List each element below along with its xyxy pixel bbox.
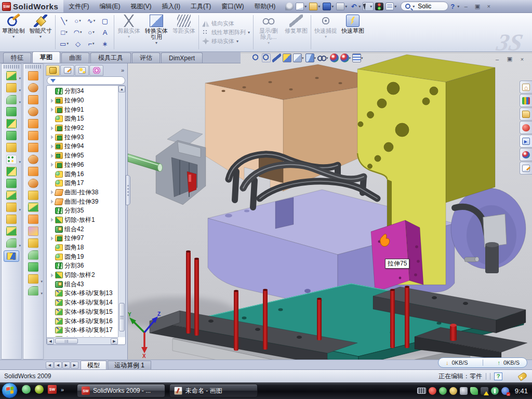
expand-arrow-icon[interactable] (51, 144, 54, 149)
tree-item[interactable]: 拉伸97 (47, 234, 118, 243)
hole-wizard-button[interactable] (2, 141, 21, 153)
doc-tab-model[interactable]: 模型 (81, 361, 107, 369)
tree-item[interactable]: 实体-移动/复制13 (47, 289, 118, 298)
rapid-sketch-button[interactable]: 快速草图 (339, 13, 366, 51)
text-tool-button[interactable]: A (98, 26, 112, 38)
sketch-button[interactable]: 草图绘制 ▾ (0, 13, 27, 51)
start-button[interactable] (2, 382, 18, 398)
tree-item[interactable]: 曲面-拉伸38 (47, 188, 118, 197)
slot-tool-dropdown-icon[interactable]: ▾ (66, 42, 69, 46)
extruded-boss-dropdown-icon[interactable]: ▾ (19, 76, 21, 81)
rectangle-tool-dropdown-icon[interactable]: ▾ (65, 30, 68, 34)
file-explorer-tab[interactable] (520, 108, 532, 121)
expand-arrow-icon[interactable] (51, 236, 54, 241)
graphics-viewport[interactable]: Y Z X ▾▾▾▾▾ – ▣ × ⌂ 拉伸75 (128, 52, 532, 360)
scroll-up-button[interactable]: ▲ (118, 86, 125, 92)
swept-surface-button[interactable] (23, 94, 43, 105)
extruded-boss-button[interactable]: ▾ (2, 70, 21, 82)
line-tool-button[interactable]: ╲▾ (58, 15, 71, 26)
view-palette-tab[interactable] (520, 135, 532, 148)
linear-pattern-dropdown-icon[interactable]: ▾ (19, 160, 21, 164)
doc-restore-button[interactable]: ▣ (505, 55, 514, 63)
new-file-dropdown-icon[interactable]: ▾ (304, 4, 307, 9)
extend-surface-button[interactable] (23, 189, 43, 201)
expand-arrow-icon[interactable] (51, 135, 54, 139)
media-quicklaunch-icon[interactable] (35, 385, 44, 394)
print-dropdown-icon[interactable]: ▾ (345, 4, 347, 9)
model-3d-canvas[interactable]: Y Z X (128, 54, 532, 360)
configurationmanager-tab[interactable] (75, 65, 89, 76)
displaymanager-tab[interactable] (89, 65, 103, 76)
tab-nav-button-2[interactable]: ▶ (62, 362, 70, 369)
firewall-tray-icon[interactable] (439, 387, 447, 395)
tree-item[interactable]: 圆角17 (47, 179, 118, 188)
convert-entities-button[interactable]: 转换实体引用 ▾ (142, 13, 170, 51)
tree-item[interactable]: 圆角18 (47, 243, 118, 252)
shell-button[interactable] (2, 177, 21, 189)
rectangle-tool-button[interactable]: □▾ (58, 26, 71, 38)
vpn-tray-icon[interactable] (470, 387, 478, 395)
mold-wizard-dropdown-icon[interactable]: ▾ (41, 280, 43, 284)
apply-scene-dropdown-icon[interactable]: ▾ (349, 56, 351, 60)
linear-pattern-button[interactable]: ▾ (2, 153, 21, 165)
taskbar-task-button[interactable]: 未命名 - 画图 (169, 384, 258, 397)
apply-scene-button[interactable]: ▾ (340, 54, 351, 62)
hide-show-items-button[interactable]: ▾ (317, 54, 328, 62)
expand-arrow-icon[interactable] (51, 200, 54, 204)
trim-surface-button[interactable] (23, 177, 43, 189)
horizontal-scroll-thumb[interactable] (55, 338, 78, 344)
restore-button[interactable]: ▣ (472, 2, 482, 10)
close-button[interactable]: × (484, 2, 494, 10)
tree-item[interactable]: 实体-移动/复制15 (47, 308, 118, 317)
menu-item[interactable]: 编辑(E) (95, 0, 126, 12)
zoom-area-button[interactable] (262, 54, 271, 62)
polygon-tool-button[interactable]: ◇ (71, 38, 85, 49)
doc-tab-motion-study[interactable]: 运动算例 1 (108, 361, 151, 369)
tab-nav-button-1[interactable]: ◀ (54, 362, 62, 369)
magnify-button[interactable] (272, 54, 281, 62)
expand-arrow-icon[interactable] (51, 99, 54, 103)
thicken-button[interactable] (23, 165, 43, 177)
doc-close-button[interactable]: × (517, 55, 527, 63)
tree-horizontal-scrollbar[interactable]: ◀ ▶ (47, 337, 118, 344)
save-button[interactable]: ▾ (322, 2, 335, 11)
tree-item[interactable]: 拉伸91 (47, 105, 118, 114)
help-dropdown-icon[interactable]: ▾ (457, 4, 459, 9)
feature-wizard-button[interactable]: ▾ (2, 201, 21, 213)
update-tray-icon[interactable] (449, 387, 457, 395)
tree-item[interactable]: 切除-放样2 (47, 271, 118, 280)
fillet-tool-button[interactable]: ⌐▾ (85, 38, 98, 49)
extruded-cut-button[interactable]: ▾ (2, 82, 21, 94)
mold-spline-button[interactable]: ▾ (23, 285, 43, 297)
tree-item[interactable]: 拉伸96 (47, 161, 118, 170)
vertical-scroll-thumb[interactable] (119, 303, 125, 331)
appearances-scenes-tab[interactable] (520, 148, 532, 161)
propertymanager-tab[interactable] (60, 65, 74, 76)
wireless-warning-tray-icon[interactable] (481, 387, 488, 395)
view-orientation-dropdown-icon[interactable]: ▾ (314, 56, 316, 60)
display-style-dropdown-icon[interactable]: ▾ (302, 56, 304, 60)
open-file-dropdown-icon[interactable]: ▾ (318, 4, 320, 9)
revolved-surface-button[interactable] (23, 82, 43, 94)
radiate-surface-button[interactable] (23, 141, 43, 153)
offset-surface-button[interactable] (23, 129, 43, 141)
tree-item[interactable]: 拉伸95 (47, 151, 118, 161)
tree-item[interactable]: 圆角15 (47, 114, 118, 124)
tree-item[interactable]: 拉伸93 (47, 132, 118, 142)
ellipse-tool-dropdown-icon[interactable]: ▾ (92, 30, 95, 34)
quicklaunch-more-chevron[interactable]: » (61, 387, 64, 393)
lofted-boss-button[interactable] (2, 117, 21, 129)
tree-item[interactable]: 圆角19 (47, 252, 118, 261)
help-button[interactable]: ? (450, 3, 455, 10)
tab-草图[interactable]: 草图 (32, 51, 60, 63)
tree-item[interactable]: 分割35 (47, 206, 118, 216)
parting-surface-button[interactable] (23, 237, 43, 249)
arc-tool-dropdown-icon[interactable]: ▾ (80, 30, 82, 34)
scroll-left-button[interactable]: ◀ (47, 338, 54, 344)
extruded-cut-dropdown-icon[interactable]: ▾ (19, 88, 21, 92)
tab-曲面[interactable]: 曲面 (61, 52, 89, 63)
draft-button[interactable] (2, 165, 21, 177)
messenger-quicklaunch-icon[interactable] (22, 385, 31, 394)
select-cursor-button[interactable]: ▾ (363, 2, 374, 11)
search-input[interactable] (417, 2, 444, 10)
